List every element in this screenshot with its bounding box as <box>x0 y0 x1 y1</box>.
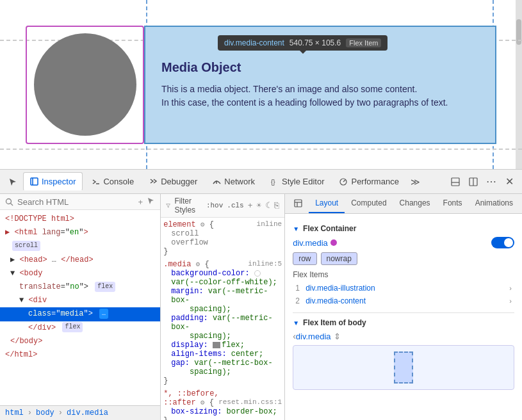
svg-text:{}: {} <box>271 179 275 186</box>
flex-element-label: div.media <box>293 238 337 248</box>
tab-changes[interactable]: Changes <box>393 194 437 213</box>
tab-fonts[interactable]: Fonts <box>437 194 469 213</box>
tree-item-div-media[interactable]: class="media"> … <box>0 307 160 321</box>
preview-scrollbar[interactable] <box>516 0 522 170</box>
tab-debugger-label: Debugger <box>161 177 197 186</box>
dock-icon[interactable] <box>448 174 463 190</box>
css-rule-reset: *, ::before,::after ⚙ { reset.min.css:1 … <box>163 389 282 420</box>
overflow-icon[interactable]: ⋯ <box>484 174 499 190</box>
tree-item-div[interactable]: ▼ <div <box>0 294 160 307</box>
tooltip-class: div.media-content <box>224 38 284 47</box>
media-para1: This is a media object. There's an image… <box>161 83 479 96</box>
tree-item-body[interactable]: ▼ <body <box>0 267 160 280</box>
flex-toggle[interactable] <box>491 237 514 248</box>
tree-item-head[interactable]: ▶ <head> … </head> <box>0 254 160 267</box>
filter-icon <box>166 202 170 209</box>
guide-line-bottom <box>0 149 522 150</box>
html-tree: <!DOCTYPE html> ▶ <html lang="en"> scrol… <box>0 210 160 405</box>
search-icon <box>5 198 13 206</box>
element-tooltip: div.media-content 540.75 × 105.6 Flex It… <box>218 35 387 51</box>
media-para2: In this case, the content is a heading f… <box>161 96 479 109</box>
flex-dot <box>330 239 337 246</box>
tree-item-doctype[interactable]: <!DOCTYPE html> <box>0 213 160 226</box>
html-inspector-panel: + <!DOCTYPE html> ▶ <html lang="en"> scr… <box>0 194 161 420</box>
preview-area: div.media-content 540.75 × 105.6 Flex It… <box>0 0 522 170</box>
devtools-panel: Inspector Console Debugger Network {} St… <box>0 170 522 420</box>
toolbar-right: ⋯ ✕ <box>448 174 517 190</box>
tree-item-scroll[interactable]: scroll <box>0 239 160 253</box>
svg-rect-12 <box>295 200 302 207</box>
tab-animations[interactable]: Animations <box>469 194 519 213</box>
tree-item-body-close[interactable]: </body> <box>0 335 160 348</box>
flex-item-1[interactable]: 1 div.media-illustration › <box>293 282 514 295</box>
cls-toggle[interactable]: .cls <box>227 202 243 209</box>
pick-element-icon[interactable] <box>147 197 155 207</box>
svg-point-10 <box>6 198 12 204</box>
filter-label: Filter Styles <box>174 197 199 214</box>
flex-current-element: div.media ⇕ <box>296 332 341 341</box>
close-icon[interactable]: ✕ <box>502 174 517 190</box>
night-icon[interactable]: ☾ <box>265 200 270 211</box>
tab-debugger[interactable]: Debugger <box>143 173 204 190</box>
search-input[interactable] <box>17 197 135 207</box>
flex-badges: row nowrap <box>293 252 514 265</box>
hover-toggle[interactable]: :hov <box>206 202 223 209</box>
flex-select-icon: ⇕ <box>334 332 341 341</box>
tooltip-badge: Flex Item <box>346 38 381 47</box>
tab-layout[interactable]: Layout <box>309 194 345 213</box>
filter-bar: Filter Styles :hov .cls + ☀ ☾ ⎘ <box>161 194 284 218</box>
flex-badge-row[interactable]: row <box>293 252 316 265</box>
flex-visual-box <box>394 351 413 384</box>
tree-item-html[interactable]: ▶ <html lang="en"> <box>0 226 160 239</box>
breadcrumb-body[interactable]: body <box>36 408 54 417</box>
flex-container-row: div.media <box>293 237 514 248</box>
devtools-main: + <!DOCTYPE html> ▶ <html lang="en"> scr… <box>0 194 522 420</box>
flex-items-header: Flex Items <box>293 270 514 279</box>
tab-inspector[interactable]: Inspector <box>23 172 83 191</box>
undock-icon[interactable] <box>466 174 481 190</box>
breadcrumb-div-media[interactable]: div.media <box>67 408 108 417</box>
breadcrumb-html[interactable]: html <box>5 408 24 417</box>
tab-console-label: Console <box>103 177 134 186</box>
tab-network[interactable]: Network <box>206 173 261 190</box>
media-circle <box>34 33 136 136</box>
tab-layout-icon[interactable] <box>288 195 309 213</box>
css-styles-panel: Filter Styles :hov .cls + ☀ ☾ ⎘ element … <box>161 194 285 420</box>
css-rule-element: element ⚙ { inline scroll overflow } <box>163 220 282 256</box>
flex-container-header: ▼ Flex Container <box>293 224 514 233</box>
css-rule-media: .media ⚙ { inline:5 background-color: va… <box>163 260 282 385</box>
tab-network-label: Network <box>224 177 255 186</box>
triangle-icon: ▼ <box>293 225 299 232</box>
flex-visual <box>293 345 514 390</box>
scrollbar-thumb[interactable] <box>516 19 521 45</box>
flex-badge-nowrap[interactable]: nowrap <box>321 252 357 265</box>
flex-item-1-name: div.media-illustration <box>306 284 375 293</box>
tab-computed[interactable]: Computed <box>345 194 393 213</box>
media-illustration <box>26 26 144 144</box>
svg-rect-6 <box>452 178 459 186</box>
media-heading: Media Object <box>161 60 479 75</box>
flex-item-2[interactable]: 2 div.media-content › <box>293 295 514 307</box>
svg-line-11 <box>11 203 13 206</box>
tree-item-body-attrs[interactable]: translate="no"> flex <box>0 280 160 294</box>
light-dark-icon[interactable]: ☀ <box>257 200 262 211</box>
copy-icon[interactable]: ⎘ <box>274 201 279 211</box>
add-node-icon[interactable]: + <box>138 197 143 207</box>
tab-console[interactable]: Console <box>85 173 140 190</box>
tab-inspector-label: Inspector <box>42 177 76 186</box>
tree-item-div-close[interactable]: </div> flex <box>0 321 160 335</box>
preview-content: Media Object This is a media object. The… <box>0 0 522 169</box>
tab-style-editor[interactable]: {} Style Editor <box>264 173 330 190</box>
add-rule-icon[interactable]: + <box>248 201 253 211</box>
layout-content: ▼ Flex Container div.media row nowrap Fl… <box>285 214 522 420</box>
pointer-icon[interactable] <box>5 174 20 190</box>
flex-item-2-arrow: › <box>509 297 512 305</box>
tab-performance[interactable]: Performance <box>333 173 405 190</box>
layout-panel: Layout Computed Changes Fonts Animations… <box>285 194 522 420</box>
flex-nav-row: ‹ div.media ⇕ <box>293 331 514 341</box>
more-tools-icon[interactable]: ≫ <box>408 174 423 190</box>
tree-item-html-close[interactable]: </html> <box>0 348 160 362</box>
breadcrumb-bar: html › body › div.media <box>0 405 160 420</box>
search-bar: + <box>0 194 160 210</box>
flex-item-of-body-label: Flex Item of body <box>303 318 366 327</box>
